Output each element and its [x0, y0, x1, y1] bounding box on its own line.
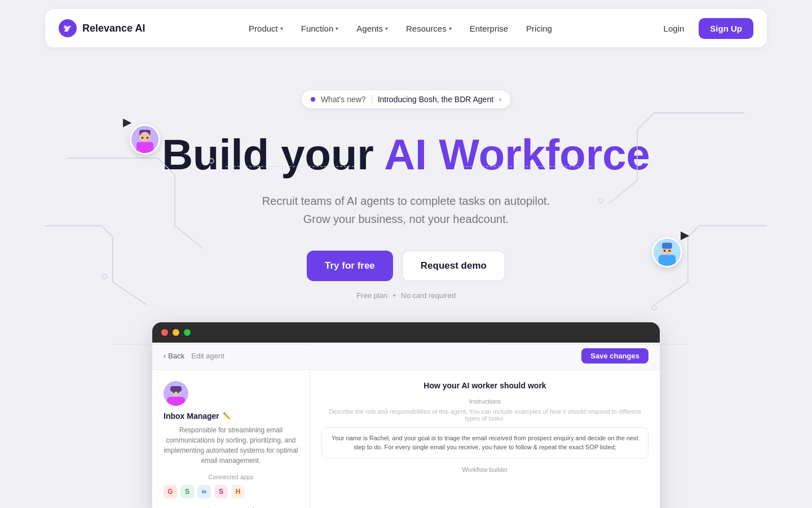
connected-apps-label: Connected apps — [164, 474, 298, 480]
avatar-left — [130, 124, 160, 155]
svg-point-16 — [147, 137, 149, 139]
app-icon-gmail: G — [164, 485, 177, 498]
banner-link-text: Introducing Bosh, the BDR Agent — [378, 95, 493, 104]
nav-item-agents[interactable]: Agents ▾ — [348, 19, 396, 38]
chevron-down-icon: ▾ — [336, 25, 338, 32]
app-save-button[interactable]: Save changes — [581, 348, 648, 364]
chevron-down-icon: ▾ — [280, 25, 283, 32]
edit-icon: ✏️ — [223, 412, 231, 420]
chevron-down-icon: ▾ — [385, 25, 388, 32]
svg-rect-20 — [659, 255, 676, 266]
nav-item-enterprise[interactable]: Enterprise — [462, 19, 516, 38]
avatar-right — [652, 237, 682, 268]
svg-point-21 — [664, 250, 666, 252]
nav-item-resources[interactable]: Resources ▾ — [398, 19, 460, 38]
svg-point-13 — [140, 132, 150, 142]
app-body: Inbox Manager ✏️ Responsible for streaml… — [152, 370, 660, 508]
cursor-right-icon: ▶ — [681, 228, 689, 242]
traffic-light-yellow — [173, 329, 179, 336]
svg-point-5 — [652, 305, 656, 310]
nav-item-product[interactable]: Product ▾ — [241, 19, 291, 38]
instructions-label: Instructions — [321, 398, 648, 405]
hero-title-part1: Build your — [162, 130, 384, 178]
app-icon-slack: S — [214, 485, 228, 498]
svg-point-27 — [173, 391, 175, 393]
svg-point-22 — [669, 250, 671, 252]
section-title: How your AI worker should work — [321, 381, 648, 390]
agent-name: Inbox Manager ✏️ — [164, 411, 298, 421]
app-titlebar — [152, 322, 660, 343]
banner-divider — [372, 95, 372, 104]
nav-item-pricing[interactable]: Pricing — [518, 19, 560, 38]
svg-rect-25 — [170, 386, 182, 392]
instructions-desc: Describe the role and responsibilities o… — [321, 408, 648, 422]
app-edit-label: Edit agent — [191, 352, 224, 360]
hero-note: Free plan ✦ No card required — [11, 291, 801, 300]
logo-icon — [59, 19, 77, 37]
svg-point-1 — [64, 25, 67, 29]
banner-dot — [311, 97, 315, 102]
announcement-banner[interactable]: What's new? Introducing Bosh, the BDR Ag… — [302, 90, 510, 108]
app-icon-linkedin: in — [197, 485, 211, 498]
svg-point-15 — [142, 137, 144, 139]
login-button[interactable]: Login — [656, 19, 692, 38]
app-icon-sheets: S — [180, 485, 194, 498]
workflow-label: Workflow builder — [321, 466, 648, 473]
instructions-textarea[interactable]: Your name is Rachel, and your goal is to… — [321, 427, 648, 458]
nav-links: Product ▾ Function ▾ Agents ▾ Resources … — [241, 19, 560, 38]
cursor-left-icon: ▶ — [123, 115, 131, 129]
app-back-button[interactable]: ‹ Back — [164, 352, 184, 360]
agent-desc: Responsible for streamlining email commu… — [164, 425, 298, 466]
svg-rect-19 — [662, 243, 672, 249]
lang-model-label: Language model — [164, 506, 298, 508]
signup-button[interactable]: Sign Up — [699, 18, 753, 39]
traffic-light-red — [161, 329, 168, 336]
app-screenshot: ‹ Back Edit agent Save changes — [152, 322, 660, 508]
hero-title-highlight: AI Workforce — [384, 130, 650, 178]
hero-buttons: Try for free Request demo — [11, 251, 801, 281]
nav-actions: Login Sign Up — [656, 18, 753, 39]
banner-new-text: What's new? — [321, 95, 366, 104]
traffic-light-green — [184, 329, 191, 336]
no-card-text: No card required — [401, 291, 456, 300]
diamond-icon: ✦ — [392, 292, 396, 299]
hero-section: ▶ ▶ What's new? Introducing Bosh, the BD — [0, 56, 812, 508]
nav-item-function[interactable]: Function ▾ — [293, 19, 347, 38]
try-for-free-button[interactable]: Try for free — [307, 251, 393, 281]
app-main: How your AI worker should work Instructi… — [310, 370, 660, 508]
agent-avatar — [164, 381, 188, 406]
banner-arrow-icon: › — [499, 95, 501, 103]
app-icons: G S in S H — [164, 485, 298, 498]
chevron-down-icon: ▾ — [449, 25, 452, 32]
free-plan-text: Free plan — [356, 291, 387, 300]
svg-rect-14 — [136, 142, 153, 153]
svg-point-28 — [178, 391, 179, 393]
hero-subtitle: Recruit teams of AI agents to complete t… — [11, 192, 801, 228]
logo-text: Relevance AI — [82, 23, 145, 34]
app-sidebar: Inbox Manager ✏️ Responsible for streaml… — [152, 370, 310, 508]
app-toolbar: ‹ Back Edit agent Save changes — [152, 343, 660, 370]
app-icon-hubspot: H — [231, 485, 245, 498]
svg-rect-26 — [167, 397, 185, 406]
request-demo-button[interactable]: Request demo — [402, 251, 505, 281]
nav-logo[interactable]: Relevance AI — [59, 19, 145, 37]
navbar: Relevance AI Product ▾ Function ▾ Agents… — [45, 9, 767, 47]
